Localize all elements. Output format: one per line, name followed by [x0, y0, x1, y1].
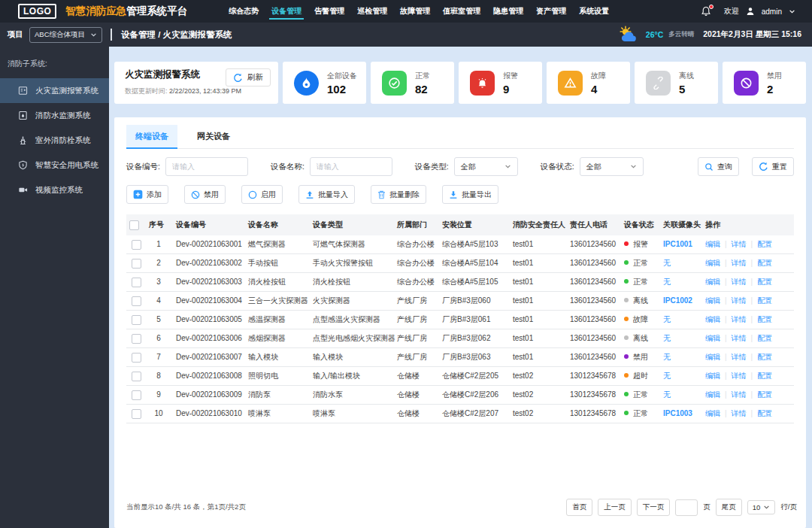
op-link-1[interactable]: 详情 — [732, 390, 747, 399]
op-separator: | — [725, 259, 727, 267]
op-link-1[interactable]: 详情 — [732, 240, 747, 248]
cell-camera-link[interactable]: IPC1003 — [659, 405, 701, 423]
cell-camera-link[interactable]: 无 — [659, 311, 701, 329]
row-checkbox[interactable] — [132, 372, 141, 381]
cell-status: 正常 — [620, 273, 659, 292]
op-link-0[interactable]: 编辑 — [705, 409, 720, 417]
op-link-0[interactable]: 编辑 — [705, 390, 720, 399]
row-checkbox[interactable] — [132, 259, 141, 269]
cell-device-type: 点型光电感烟火灾探测器 — [308, 329, 392, 348]
row-checkbox[interactable] — [132, 296, 141, 306]
tab-gateway-device[interactable]: 网关设备 — [188, 125, 239, 148]
prev-page-button[interactable]: 上一页 — [598, 499, 632, 516]
op-link-1[interactable]: 详情 — [732, 259, 747, 267]
row-checkbox[interactable] — [132, 334, 141, 344]
cell-camera-link[interactable]: 无 — [659, 386, 701, 405]
nav-item[interactable]: 设备管理 — [271, 0, 301, 23]
op-link-0[interactable]: 编辑 — [705, 315, 720, 323]
cell-camera-link[interactable]: IPC1001 — [659, 235, 701, 254]
reset-button[interactable]: 重置 — [752, 157, 794, 176]
row-checkbox[interactable] — [132, 315, 141, 325]
op-link-0[interactable]: 编辑 — [705, 296, 720, 305]
row-checkbox[interactable] — [132, 353, 141, 363]
device-status-select[interactable]: 全部 — [580, 157, 644, 176]
select-all-checkbox[interactable] — [129, 220, 139, 230]
op-link-2[interactable]: 配置 — [757, 390, 772, 399]
cell-device-name: 感温探测器 — [244, 311, 308, 329]
nav-item[interactable]: 资产管理 — [536, 0, 566, 23]
op-link-2[interactable]: 配置 — [757, 409, 772, 417]
first-page-button[interactable]: 首页 — [566, 499, 592, 516]
sidebar-item[interactable]: 火灾监测报警系统 — [0, 78, 109, 103]
cell-status: 报警 — [620, 235, 659, 254]
row-checkbox[interactable] — [132, 390, 141, 400]
chevron-down-icon[interactable] — [789, 8, 795, 15]
device-type-select[interactable]: 全部 — [454, 157, 518, 176]
op-link-2[interactable]: 配置 — [757, 240, 772, 248]
op-link-0[interactable]: 编辑 — [705, 353, 720, 361]
notification-bell-icon[interactable] — [701, 6, 711, 17]
page-size-select[interactable]: 10 — [747, 500, 776, 514]
op-link-1[interactable]: 详情 — [732, 278, 747, 286]
next-page-button[interactable]: 下一页 — [637, 499, 671, 516]
search-button[interactable]: 查询 — [698, 157, 739, 176]
cell-device-code: Dev-002021063001 — [171, 235, 244, 254]
sidebar-item[interactable]: 室外消防栓系统 — [0, 128, 109, 153]
device-panel: 终端设备网关设备 设备编号: 设备名称: 设备类型: 全部 设备状态: 全部 查… — [114, 117, 806, 528]
op-link-2[interactable]: 配置 — [757, 353, 772, 361]
cell-camera-link[interactable]: IPC1002 — [659, 292, 701, 311]
nav-item[interactable]: 告警管理 — [314, 0, 344, 23]
cell-device-name: 消火栓按钮 — [244, 273, 308, 292]
op-link-1[interactable]: 详情 — [732, 334, 747, 342]
action-button[interactable]: 启用 — [241, 185, 283, 204]
op-link-2[interactable]: 配置 — [757, 334, 772, 342]
sidebar-item[interactable]: 视频监控系统 — [0, 178, 109, 202]
nav-item[interactable]: 综合态势 — [229, 0, 259, 23]
op-link-2[interactable]: 配置 — [757, 372, 772, 380]
action-button[interactable]: 批量删除 — [371, 185, 426, 204]
op-link-0[interactable]: 编辑 — [705, 259, 720, 267]
refresh-button[interactable]: 刷新 — [226, 68, 271, 86]
last-page-button[interactable]: 尾页 — [716, 499, 742, 516]
project-select[interactable]: ABC综合体项目 — [29, 27, 102, 43]
row-checkbox[interactable] — [132, 240, 141, 250]
nav-item[interactable]: 值班室管理 — [443, 0, 480, 23]
cell-camera-link[interactable]: 无 — [659, 367, 701, 386]
stat-value: 9 — [503, 83, 518, 96]
op-link-1[interactable]: 详情 — [732, 353, 747, 361]
cell-camera-link[interactable]: 无 — [659, 329, 701, 348]
op-link-2[interactable]: 配置 — [757, 315, 772, 323]
sidebar-item[interactable]: 消防水监测系统 — [0, 103, 109, 128]
cell-camera-link[interactable]: 无 — [659, 348, 701, 367]
op-link-2[interactable]: 配置 — [757, 278, 772, 286]
op-link-2[interactable]: 配置 — [757, 296, 772, 305]
action-button[interactable]: 批量导出 — [442, 185, 498, 204]
op-link-0[interactable]: 编辑 — [705, 372, 720, 380]
device-no-input[interactable] — [165, 157, 248, 176]
tab-terminal-device[interactable]: 终端设备 — [126, 125, 177, 148]
cell-operations: 编辑|详情|配置 — [701, 292, 794, 311]
op-link-0[interactable]: 编辑 — [705, 240, 720, 248]
cell-camera-link[interactable]: 无 — [659, 254, 701, 273]
action-button[interactable]: 批量导入 — [298, 185, 355, 204]
op-link-1[interactable]: 详情 — [732, 315, 747, 323]
action-button[interactable]: 添加 — [126, 185, 168, 204]
username[interactable]: admin — [762, 8, 782, 16]
page-number-input[interactable] — [675, 499, 698, 516]
row-checkbox[interactable] — [132, 409, 141, 419]
nav-item[interactable]: 隐患管理 — [493, 0, 523, 23]
op-link-0[interactable]: 编辑 — [705, 278, 720, 286]
action-button[interactable]: 禁用 — [184, 185, 226, 204]
sidebar-item[interactable]: 智慧安全用电系统 — [0, 153, 109, 178]
op-link-0[interactable]: 编辑 — [705, 334, 720, 342]
nav-item[interactable]: 巡检管理 — [357, 0, 387, 23]
op-link-1[interactable]: 详情 — [732, 296, 747, 305]
nav-item[interactable]: 系统设置 — [579, 0, 609, 23]
row-checkbox[interactable] — [132, 278, 141, 287]
op-link-2[interactable]: 配置 — [757, 259, 772, 267]
op-link-1[interactable]: 详情 — [732, 409, 747, 417]
cell-camera-link[interactable]: 无 — [659, 273, 701, 292]
nav-item[interactable]: 故障管理 — [400, 0, 430, 23]
device-name-input[interactable] — [310, 157, 392, 176]
op-link-1[interactable]: 详情 — [732, 372, 747, 380]
